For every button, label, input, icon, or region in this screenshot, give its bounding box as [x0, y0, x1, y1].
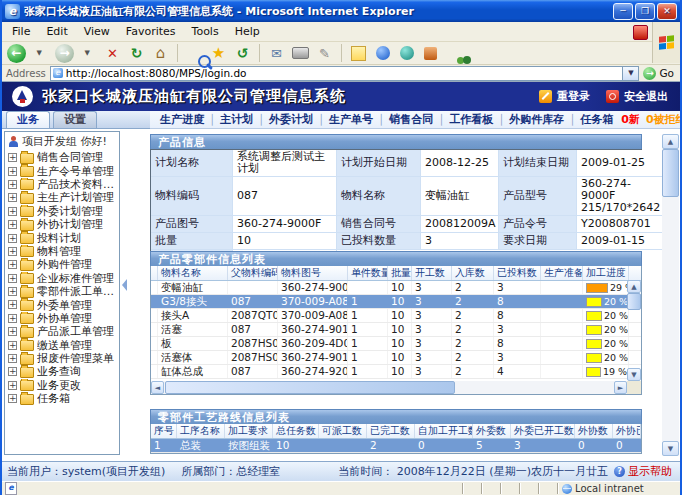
- edit-icon[interactable]: [314, 43, 335, 63]
- back-dropdown-icon[interactable]: [30, 43, 51, 63]
- expand-icon[interactable]: [8, 341, 17, 350]
- sidebar-item-2[interactable]: 生产令号单管理: [7, 164, 119, 177]
- address-dropdown-icon[interactable]: ▼: [622, 67, 638, 80]
- msn-icon[interactable]: [372, 43, 393, 63]
- sidebar-item-11[interactable]: 零部件派工单管理: [7, 285, 119, 298]
- expand-icon[interactable]: [8, 287, 17, 296]
- scroll-up-icon[interactable]: ▲: [627, 280, 641, 293]
- media-icon[interactable]: [396, 43, 417, 63]
- nav-item-4[interactable]: 生产单号: [329, 112, 373, 127]
- scroll-thumb[interactable]: [627, 293, 641, 310]
- sidebar-item-7[interactable]: 投料计划: [7, 231, 119, 244]
- expand-icon[interactable]: [8, 354, 17, 363]
- table-row[interactable]: 活塞体2087HS002360-274-9011W11032320 %: [151, 351, 641, 365]
- minimize-button[interactable]: ─: [613, 3, 633, 20]
- scroll-down-icon[interactable]: ▼: [662, 441, 679, 456]
- sidebar-item-18[interactable]: 业务更改: [7, 379, 119, 392]
- parts-horizontal-scrollbar[interactable]: ◄ ►: [151, 381, 627, 394]
- relogin-button[interactable]: 重登录: [539, 89, 590, 104]
- expand-icon[interactable]: [8, 260, 17, 269]
- sidebar-item-17[interactable]: 业务查询: [7, 365, 119, 378]
- sidebar-item-1[interactable]: 销售合同管理: [7, 151, 119, 164]
- sidebar-item-19[interactable]: 任务箱: [7, 392, 119, 405]
- expand-icon[interactable]: [8, 247, 17, 256]
- expand-icon[interactable]: [8, 234, 17, 243]
- sidebar-item-5[interactable]: 外委计划管理: [7, 205, 119, 218]
- menu-item-edit[interactable]: Edit: [38, 25, 75, 38]
- messenger-icon[interactable]: [444, 43, 465, 63]
- home-icon[interactable]: [150, 43, 171, 63]
- sidebar-item-10[interactable]: 企业标准件管理: [7, 272, 119, 285]
- menu-item-view[interactable]: View: [76, 25, 118, 38]
- new-tasks-badge[interactable]: 0新: [621, 112, 640, 127]
- addon-icon[interactable]: [633, 25, 648, 40]
- scroll-left-icon[interactable]: ◄: [151, 381, 164, 394]
- expand-icon[interactable]: [8, 220, 17, 229]
- notes-icon[interactable]: [348, 43, 369, 63]
- menu-item-file[interactable]: File: [4, 25, 38, 38]
- sidebar-item-8[interactable]: 物料管理: [7, 245, 119, 258]
- address-input[interactable]: e http://localhost:8080/MPS/login.do ▼: [50, 66, 640, 81]
- sidebar-item-9[interactable]: 外购件管理: [7, 258, 119, 271]
- mail-icon[interactable]: [266, 43, 287, 63]
- table-row[interactable]: G3/8接头087370-009-A084011032820 %: [151, 295, 641, 309]
- sidebar-item-15[interactable]: 缴送单管理: [7, 338, 119, 351]
- expand-icon[interactable]: [8, 381, 17, 390]
- expand-icon[interactable]: [8, 274, 17, 283]
- sidebar-item-3[interactable]: 产品技术资料管理: [7, 178, 119, 191]
- expand-icon[interactable]: [8, 367, 17, 376]
- sidebar-item-13[interactable]: 外协单管理: [7, 312, 119, 325]
- expand-icon[interactable]: [8, 314, 17, 323]
- tab-business[interactable]: 业务: [6, 111, 50, 128]
- help-link[interactable]: ? 显示帮助: [614, 464, 672, 479]
- expand-icon[interactable]: [8, 327, 17, 336]
- tab-settings[interactable]: 设置: [53, 111, 97, 128]
- refresh-icon[interactable]: [126, 43, 147, 63]
- table-row[interactable]: 变幅油缸360-274-9000F1032329 %: [151, 281, 641, 295]
- back-icon[interactable]: [6, 43, 27, 63]
- nav-item-1[interactable]: 生产进度: [160, 112, 204, 127]
- research-icon[interactable]: [420, 43, 441, 63]
- sidebar-collapse-arrow[interactable]: [122, 279, 127, 291]
- sidebar-item-16[interactable]: 报废件管理菜单: [7, 352, 119, 365]
- scroll-thumb[interactable]: [662, 149, 679, 197]
- expand-icon[interactable]: [8, 153, 17, 162]
- table-row[interactable]: 接头A2087QT002370-009-A085011032820 %: [151, 309, 641, 323]
- print-icon[interactable]: [290, 43, 311, 63]
- forward-dropdown-icon[interactable]: [78, 43, 99, 63]
- close-button[interactable]: ✕: [657, 3, 677, 20]
- main-vertical-scrollbar[interactable]: ▲ ▼: [662, 134, 679, 456]
- nav-item-5[interactable]: 销售合同: [389, 112, 433, 127]
- expand-icon[interactable]: [8, 394, 17, 403]
- expand-icon[interactable]: [8, 167, 17, 176]
- menu-item-tools[interactable]: Tools: [184, 25, 227, 38]
- go-button[interactable]: → Go: [643, 67, 676, 80]
- expand-icon[interactable]: [8, 300, 17, 309]
- nav-item-6[interactable]: 工作看板: [449, 112, 493, 127]
- history-icon[interactable]: [232, 43, 253, 63]
- nav-item-2[interactable]: 主计划: [220, 112, 253, 127]
- forward-icon[interactable]: [54, 43, 75, 63]
- menu-item-favorites[interactable]: Favorites: [118, 25, 184, 38]
- stop-icon[interactable]: [102, 43, 123, 63]
- sidebar-item-12[interactable]: 外委单管理: [7, 298, 119, 311]
- table-row[interactable]: 活塞087360-274-9010F11032320 %: [151, 323, 641, 337]
- rejected-tasks-badge[interactable]: 0被拒绝: [646, 112, 680, 127]
- sidebar-item-4[interactable]: 主生产计划管理: [7, 191, 119, 204]
- sidebar-item-6[interactable]: 外协计划管理: [7, 218, 119, 231]
- table-row[interactable]: 板2087HS002360-209-4D01011032820 %: [151, 337, 641, 351]
- expand-icon[interactable]: [8, 193, 17, 202]
- table-row[interactable]: 1总装按图组装10205300: [151, 439, 641, 453]
- favorites-icon[interactable]: [208, 43, 229, 63]
- scroll-up-icon[interactable]: ▲: [662, 134, 679, 149]
- scroll-thumb[interactable]: [165, 381, 455, 394]
- logout-button[interactable]: 安全退出: [606, 89, 668, 104]
- expand-icon[interactable]: [8, 180, 17, 189]
- nav-item-3[interactable]: 外委计划: [269, 112, 313, 127]
- scroll-right-icon[interactable]: ►: [614, 381, 627, 394]
- table-row[interactable]: 缸体总成087360-274-9200F11032419 %: [151, 365, 641, 379]
- sidebar-item-14[interactable]: 产品派工单管理: [7, 325, 119, 338]
- maximize-button[interactable]: ❐: [635, 3, 655, 20]
- expand-icon[interactable]: [8, 207, 17, 216]
- search-icon[interactable]: [184, 43, 205, 63]
